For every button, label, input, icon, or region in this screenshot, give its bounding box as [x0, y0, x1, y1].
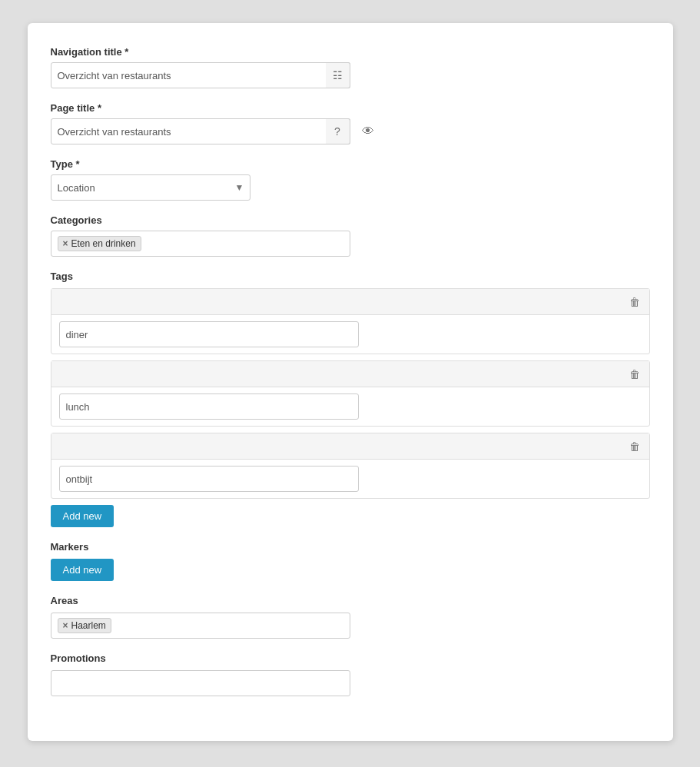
tag-row-1-input[interactable]: [59, 321, 359, 347]
promotions-label: Promotions: [51, 652, 650, 664]
page-title-input[interactable]: [51, 118, 350, 144]
trash-icon-1: 🗑: [629, 296, 640, 308]
page-title-eye-btn[interactable]: 👁: [355, 118, 381, 144]
tag-row-3-body: [51, 460, 649, 498]
trash-icon-2: 🗑: [629, 368, 640, 380]
area-tag-haarlem-label: Haarlem: [71, 620, 106, 631]
type-field: Type * Location Article Event Page ▼: [51, 158, 650, 201]
area-tag-haarlem-remove[interactable]: ×: [63, 621, 68, 630]
tag-row-2: 🗑: [51, 360, 650, 427]
page-title-label: Page title *: [51, 102, 650, 114]
tag-row-2-header: 🗑: [51, 361, 649, 387]
categories-field: Categories × Eten en drinken: [51, 214, 650, 257]
markers-label: Markers: [51, 541, 650, 553]
nav-title-input[interactable]: [51, 62, 350, 88]
tag-row-2-body: [51, 387, 649, 426]
tag-row-3-input[interactable]: [59, 466, 359, 492]
tag-row-2-delete-btn[interactable]: 🗑: [626, 367, 643, 382]
tag-row-2-input[interactable]: [59, 393, 359, 420]
page-title-input-wrapper: ?: [51, 118, 350, 144]
tags-add-new-btn[interactable]: Add new: [51, 505, 114, 527]
area-tag-haarlem: × Haarlem: [58, 618, 111, 633]
category-tag-eten-label: Eten en drinken: [71, 238, 136, 249]
promotions-input[interactable]: [51, 670, 350, 696]
nav-title-field: Navigation title * ☷: [51, 46, 650, 88]
category-tag-eten: × Eten en drinken: [58, 236, 141, 251]
tag-row-3-delete-btn[interactable]: 🗑: [626, 439, 643, 454]
trash-icon-3: 🗑: [629, 440, 640, 453]
eye-icon: 👁: [362, 125, 374, 138]
categories-input-container[interactable]: × Eten en drinken: [51, 231, 350, 257]
categories-label: Categories: [51, 214, 650, 226]
nav-title-label: Navigation title *: [51, 46, 650, 58]
type-select-wrapper: Location Article Event Page ▼: [51, 174, 250, 201]
main-card: Navigation title * ☷ Page title * ? 👁 Ty…: [28, 23, 673, 741]
areas-label: Areas: [51, 595, 650, 606]
category-tag-eten-remove[interactable]: ×: [63, 239, 68, 248]
type-label: Type *: [51, 158, 650, 170]
areas-section: Areas × Haarlem: [51, 595, 650, 639]
tag-row-3: 🗑: [51, 433, 650, 499]
page-title-row: ? 👁: [51, 118, 650, 144]
question-icon: ?: [334, 125, 340, 138]
areas-input-container[interactable]: × Haarlem: [51, 613, 350, 639]
tags-section: Tags 🗑 🗑: [51, 271, 650, 527]
markers-add-new-btn[interactable]: Add new: [51, 559, 114, 581]
tag-row-1-body: [51, 315, 649, 354]
page-title-field: Page title * ? 👁: [51, 102, 650, 144]
tag-row-1: 🗑: [51, 288, 650, 354]
nav-title-grid-icon: ☷: [333, 69, 343, 81]
tags-label: Tags: [51, 271, 650, 282]
tag-row-1-delete-btn[interactable]: 🗑: [626, 294, 643, 310]
promotions-section: Promotions: [51, 652, 650, 696]
page-title-question-btn[interactable]: ?: [326, 118, 350, 144]
tag-row-1-header: 🗑: [51, 289, 649, 315]
nav-title-icon-btn[interactable]: ☷: [326, 62, 350, 88]
nav-title-input-wrapper: ☷: [51, 62, 350, 88]
tag-row-3-header: 🗑: [51, 433, 649, 460]
type-select[interactable]: Location Article Event Page: [51, 174, 250, 201]
markers-section: Markers Add new: [51, 541, 650, 581]
